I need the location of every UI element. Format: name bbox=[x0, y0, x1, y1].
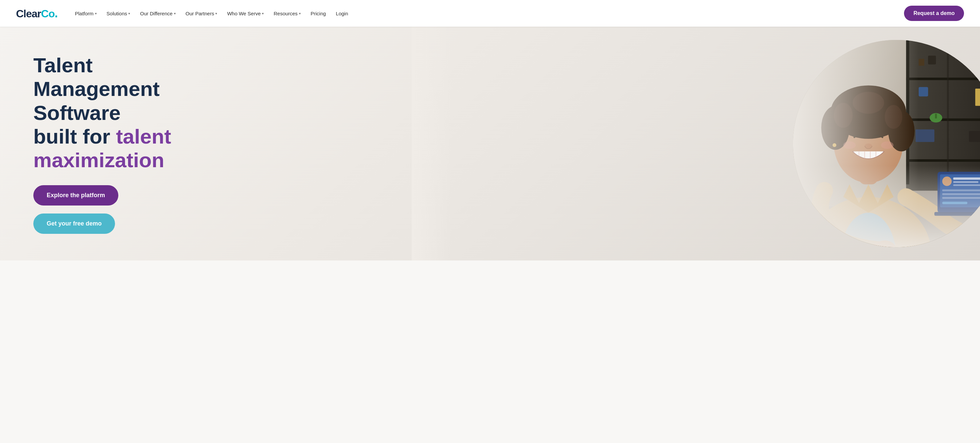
svg-rect-52 bbox=[787, 33, 980, 254]
site-header: ClearCo. Platform ▾ Solutions ▾ Our Diff… bbox=[0, 0, 980, 27]
nav-item-who-we-serve[interactable]: Who We Serve ▾ bbox=[223, 8, 268, 19]
hero-title-line1: Talent Management Software bbox=[33, 54, 160, 124]
request-demo-button[interactable]: Request a demo bbox=[904, 6, 964, 21]
logo-clear: Clear bbox=[16, 8, 41, 20]
logo-co: Co bbox=[41, 8, 55, 20]
nav-item-platform[interactable]: Platform ▾ bbox=[71, 8, 101, 19]
logo-dot: . bbox=[55, 6, 58, 20]
nav-item-solutions[interactable]: Solutions ▾ bbox=[103, 8, 134, 19]
nav-item-resources[interactable]: Resources ▾ bbox=[270, 8, 305, 19]
chevron-down-icon: ▾ bbox=[174, 12, 176, 15]
chevron-down-icon: ▾ bbox=[128, 12, 130, 15]
logo[interactable]: ClearCo. bbox=[16, 6, 58, 20]
hero-fade-overlay bbox=[412, 27, 452, 260]
nav-label-solutions: Solutions bbox=[107, 11, 127, 16]
hero-buttons: Explore the platform Get your free demo bbox=[33, 185, 200, 234]
nav-label-our-difference: Our Difference bbox=[140, 11, 172, 16]
hero-image-area bbox=[412, 27, 980, 260]
nav-label-login: Login bbox=[336, 11, 348, 16]
nav-label-who-we-serve: Who We Serve bbox=[227, 11, 261, 16]
chevron-down-icon: ▾ bbox=[95, 12, 97, 15]
nav-label-our-partners: Our Partners bbox=[186, 11, 214, 16]
hero-section: Talent Management Software built for tal… bbox=[0, 27, 980, 260]
nav-item-login[interactable]: Login bbox=[332, 8, 352, 19]
hero-content: Talent Management Software built for tal… bbox=[0, 27, 227, 260]
nav-label-platform: Platform bbox=[75, 11, 94, 16]
svg-rect-10 bbox=[975, 52, 980, 64]
nav-item-our-difference[interactable]: Our Difference ▾ bbox=[136, 8, 179, 19]
chevron-down-icon: ▾ bbox=[299, 12, 301, 15]
chevron-down-icon: ▾ bbox=[215, 12, 217, 15]
chevron-down-icon: ▾ bbox=[262, 12, 264, 15]
nav-label-pricing: Pricing bbox=[311, 11, 326, 16]
hero-illustration bbox=[787, 33, 980, 254]
nav-label-resources: Resources bbox=[274, 11, 298, 16]
nav-item-pricing[interactable]: Pricing bbox=[307, 8, 330, 19]
logo-text: ClearCo. bbox=[16, 6, 58, 20]
hero-title: Talent Management Software built for tal… bbox=[33, 53, 200, 172]
hero-title-line2: built for bbox=[33, 125, 116, 148]
svg-point-38 bbox=[962, 225, 980, 254]
explore-platform-button[interactable]: Explore the platform bbox=[33, 185, 118, 205]
main-nav: Platform ▾ Solutions ▾ Our Difference ▾ … bbox=[71, 8, 899, 19]
nav-item-our-partners[interactable]: Our Partners ▾ bbox=[182, 8, 221, 19]
get-free-demo-button[interactable]: Get your free demo bbox=[33, 213, 115, 234]
svg-rect-11 bbox=[972, 51, 975, 64]
